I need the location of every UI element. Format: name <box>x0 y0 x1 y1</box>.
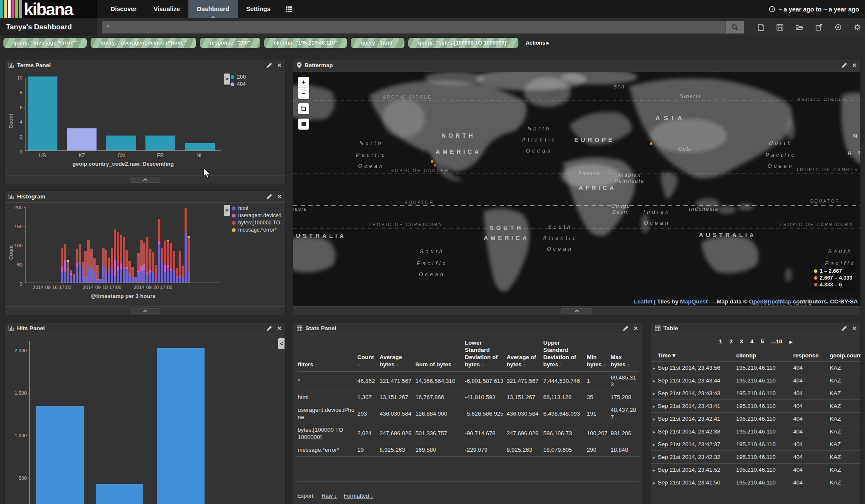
histogram-bar-segment[interactable] <box>120 235 122 263</box>
histogram-bar-segment[interactable] <box>167 268 169 283</box>
histogram-bar-segment[interactable] <box>90 249 93 268</box>
histogram-bar-segment[interactable] <box>167 241 169 265</box>
histogram-bar-segment[interactable] <box>96 279 99 280</box>
histogram-bar-segment[interactable] <box>143 263 146 270</box>
nav-item-settings[interactable]: Settings <box>238 0 279 18</box>
histogram-bar-segment[interactable] <box>143 270 146 283</box>
row-expander-icon[interactable]: ▸ <box>653 480 658 485</box>
histogram-bar-segment[interactable] <box>149 273 152 283</box>
histogram-bar-segment[interactable] <box>125 269 128 283</box>
table-row-3[interactable]: ▸ Sep 21st 2014, 23:43:41195.210.46.1104… <box>651 400 861 413</box>
search-button[interactable] <box>726 21 744 34</box>
stats-column-header[interactable]: Sum of bytes ↕ <box>415 338 464 371</box>
row-expander-icon[interactable]: ▸ <box>653 404 658 409</box>
histogram-legend-collapse-button[interactable]: > <box>224 205 230 216</box>
save-dashboard-icon[interactable] <box>777 24 783 31</box>
histogram-bar-segment[interactable] <box>125 250 128 267</box>
histogram-bar-segment[interactable] <box>73 277 75 283</box>
histogram-bar-segment[interactable] <box>76 249 78 263</box>
filter-pill-2[interactable]: response: "200" <box>200 38 260 48</box>
histogram-bar-segment[interactable] <box>102 266 105 283</box>
histogram-bar-segment[interactable] <box>67 262 69 269</box>
edit-panel-icon[interactable] <box>266 62 272 68</box>
table-row-2[interactable]: ▸ Sep 21st 2014, 23:43:43195.210.46.1104… <box>651 387 861 400</box>
table-row-8[interactable]: ▸ Sep 21st 2014, 23:41:52195.210.46.1104… <box>651 464 861 476</box>
histogram-bar-segment[interactable] <box>105 274 108 283</box>
row-expander-icon[interactable]: ▸ <box>653 365 658 371</box>
histogram-bar-segment[interactable] <box>99 279 102 280</box>
sort-icon[interactable]: ↕ <box>523 362 526 367</box>
histogram-bar-segment[interactable] <box>108 269 111 283</box>
histogram-chart[interactable]: 0501001502002014-09-16 17:002014-09-18 1… <box>25 207 221 283</box>
histogram-bar-segment[interactable] <box>128 261 131 275</box>
histogram-bar-segment[interactable] <box>158 244 161 283</box>
histogram-bar-segment[interactable] <box>164 272 166 283</box>
attribution-link[interactable]: Leaflet <box>634 298 652 305</box>
map-legend-item-1[interactable]: 2.667 – 4.333 <box>814 275 852 281</box>
stats-column-header[interactable]: Average bytes ↕ <box>378 338 414 371</box>
histogram-bar-segment[interactable] <box>67 269 69 270</box>
map-zoom-out-button[interactable]: − <box>298 88 309 99</box>
table-column-header-3[interactable]: geoip.country. <box>828 349 861 362</box>
page-next-button[interactable]: ▸ <box>790 338 793 345</box>
sort-icon[interactable]: ↕ <box>396 362 399 367</box>
histogram-bar-segment[interactable] <box>108 258 111 269</box>
row-expander-icon[interactable]: ▸ <box>653 467 658 473</box>
sort-icon[interactable]: ↕ <box>627 362 630 367</box>
histogram-bar-segment[interactable] <box>76 267 78 283</box>
histogram-bar-segment[interactable] <box>158 241 161 244</box>
new-dashboard-icon[interactable] <box>758 24 764 31</box>
row-expander-icon[interactable]: ▸ <box>653 391 658 396</box>
histogram-bar-segment[interactable] <box>149 270 152 273</box>
histogram-legend-item-0[interactable]: html <box>232 205 283 212</box>
row-expander-icon[interactable]: ▸ <box>653 378 658 383</box>
sort-icon[interactable]: ↕ <box>560 362 562 367</box>
histogram-bar-segment[interactable] <box>170 269 172 271</box>
export-formatted-link[interactable]: Formatted ↓ <box>344 493 373 499</box>
page-link-3[interactable]: 3 <box>740 338 743 345</box>
histogram-bar-segment[interactable] <box>79 262 81 263</box>
nav-item-visualize[interactable]: Visualize <box>145 0 188 18</box>
map-zoom-in-button[interactable]: + <box>298 77 309 88</box>
terms-collapse-button[interactable] <box>130 177 160 183</box>
histogram-bar-segment[interactable] <box>111 270 114 283</box>
sort-icon[interactable]: ↕ <box>453 362 455 367</box>
histogram-bar-segment[interactable] <box>185 233 187 283</box>
sort-icon[interactable]: ↕ <box>357 362 360 367</box>
histogram-bar-segment[interactable] <box>123 268 125 283</box>
histogram-bar-segment[interactable] <box>120 263 122 269</box>
histogram-bar-segment[interactable] <box>82 268 84 283</box>
histogram-bar-segment[interactable] <box>105 273 108 275</box>
histogram-bar-segment[interactable] <box>185 208 187 233</box>
apps-grid-icon[interactable] <box>279 0 299 18</box>
histogram-bar-segment[interactable] <box>84 277 87 283</box>
histogram-bar-segment[interactable] <box>161 248 164 263</box>
histogram-bar-segment[interactable] <box>123 237 125 267</box>
configure-dashboard-gear-icon[interactable] <box>854 24 861 31</box>
filter-actions-button[interactable]: Actions ▸ <box>526 40 549 46</box>
sort-icon[interactable]: ↕ <box>481 362 484 367</box>
histogram-bar-segment[interactable] <box>158 219 161 241</box>
histogram-bar-segment[interactable] <box>167 265 169 268</box>
map-legend-item-0[interactable]: 1 – 2.667 <box>814 268 852 275</box>
sort-icon[interactable]: ↕ <box>315 362 318 367</box>
histogram-bar-segment[interactable] <box>143 243 146 263</box>
export-raw-link[interactable]: Raw ↓ <box>322 493 337 499</box>
histogram-bar-segment[interactable] <box>173 251 175 270</box>
histogram-panel-header[interactable]: Histogram × <box>5 191 285 203</box>
close-panel-icon[interactable]: × <box>852 325 856 332</box>
stats-column-header[interactable]: filters ↕ <box>297 338 356 371</box>
terms-bar-KZ[interactable] <box>67 128 97 150</box>
histogram-bar-segment[interactable] <box>70 273 72 275</box>
table-column-header-0[interactable]: Time ▾ <box>651 349 734 362</box>
histogram-bar-segment[interactable] <box>61 272 63 283</box>
histogram-bar-segment[interactable] <box>161 263 164 283</box>
histogram-bar-segment[interactable] <box>79 263 81 283</box>
edit-panel-icon[interactable] <box>623 326 629 331</box>
histogram-bar-segment[interactable] <box>179 277 181 283</box>
histogram-bar-segment[interactable] <box>179 251 181 276</box>
histogram-bar-segment[interactable] <box>137 253 140 271</box>
histogram-bar-segment[interactable] <box>123 267 125 268</box>
histogram-bar-segment[interactable] <box>64 272 66 283</box>
histogram-bar-segment[interactable] <box>64 244 66 260</box>
